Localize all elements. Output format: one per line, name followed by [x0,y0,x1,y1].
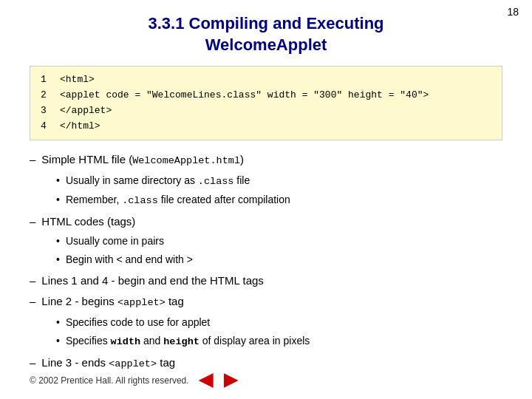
section-lines-1-4: – Lines 1 and 4 - begin and end the HTML… [30,272,502,289]
section-simple-html: – Simple HTML file (WelcomeApplet.html) … [30,151,502,209]
section-html-codes: – HTML codes (tags) • Usually come in pa… [30,213,502,268]
section-line-2: – Line 2 - begins <applet> tag • Specifi… [30,293,502,350]
sub-bullet-pairs: • Usually come in pairs [56,233,502,250]
page-number: 18 [507,6,519,18]
sub-bullet-directory: • Usually in same directory as .class fi… [56,173,502,190]
sub-bullet-begin-end: • Begin with < and end with > [56,252,502,268]
copyright-text: © 2002 Prentice Hall. All rights reserve… [30,375,189,386]
sub-bullet-specifies-dimensions: • Specifies width and height of display … [56,333,502,350]
sub-bullet-specifies-code: • Specifies code to use for applet [56,315,502,331]
main-bullet-html-codes: – HTML codes (tags) [30,213,502,230]
forward-button[interactable] [223,372,239,389]
back-arrow-icon [199,373,214,388]
back-button[interactable] [198,372,214,389]
code-line-4: 4 </html> [41,119,491,134]
main-bullet-simple-html: – Simple HTML file (WelcomeApplet.html) [30,151,502,169]
forward-arrow-icon [224,373,239,388]
sub-bullet-compilation: • Remember, .class file created after co… [56,192,502,209]
slide: 18 3.3.1 Compiling and Executing Welcome… [0,0,532,399]
content-area: – Simple HTML file (WelcomeApplet.html) … [30,151,502,372]
footer: © 2002 Prentice Hall. All rights reserve… [30,372,502,389]
code-line-1: 1 <html> [41,72,491,88]
main-bullet-line-3: – Line 3 - ends <applet> tag [30,354,502,372]
section-line-3: – Line 3 - ends <applet> tag [30,354,502,372]
slide-title: 3.3.1 Compiling and Executing WelcomeApp… [30,13,502,55]
main-bullet-lines-1-4: – Lines 1 and 4 - begin and end the HTML… [30,272,502,289]
code-block: 1 <html> 2 <applet code = "WelcomeLines.… [30,66,502,140]
code-line-3: 3 </applet> [41,103,491,119]
code-line-2: 2 <applet code = "WelcomeLines.class" wi… [41,88,491,103]
main-bullet-line-2: – Line 2 - begins <applet> tag [30,293,502,311]
